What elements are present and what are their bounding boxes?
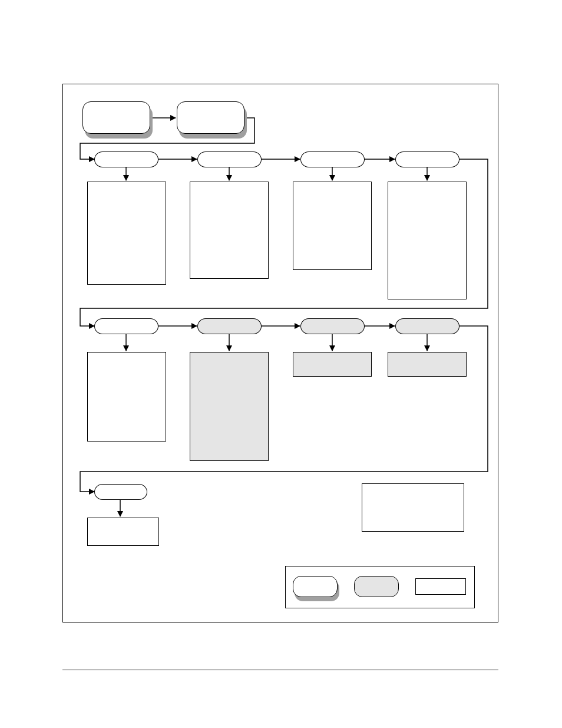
page (0, 0, 562, 728)
legend-item2 (354, 576, 399, 597)
row3-box (87, 518, 159, 546)
row2-pill-3 (300, 318, 365, 334)
main-box1 (82, 101, 150, 134)
row1-box-3 (293, 182, 372, 270)
row1-pill-1 (94, 151, 158, 167)
row1-box-2 (190, 182, 269, 279)
legend-item3 (415, 578, 466, 595)
row1-box-4 (388, 182, 467, 299)
row1-pill-2 (197, 151, 262, 167)
footer-rule (62, 670, 498, 670)
row3-side-box (362, 483, 464, 532)
row1-pill-4 (395, 151, 459, 167)
row2-box-4 (388, 352, 467, 377)
row2-pill-1 (94, 318, 158, 334)
legend-item1 (293, 576, 338, 597)
row2-box-1 (87, 352, 166, 442)
row2-box-3 (293, 352, 372, 377)
row2-box-2 (190, 352, 269, 461)
row1-pill-3 (300, 151, 365, 167)
row3-pill (94, 484, 147, 500)
main-box2 (177, 101, 244, 134)
row1-box-1 (87, 182, 166, 285)
row2-pill-4 (395, 318, 459, 334)
row2-pill-2 (197, 318, 262, 334)
